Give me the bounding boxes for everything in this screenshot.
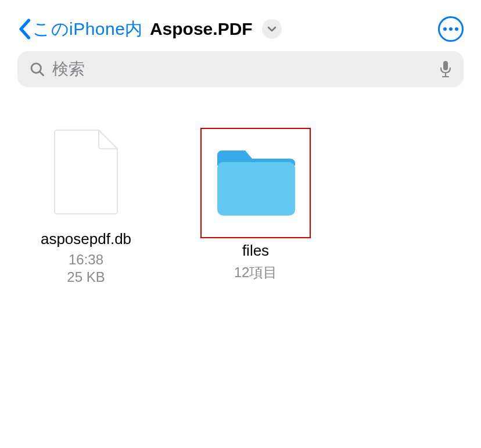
dot-icon [455, 27, 458, 31]
file-item[interactable]: asposepdf.db 16:38 25 KB [28, 128, 144, 285]
svg-rect-2 [443, 61, 448, 70]
file-size: 25 KB [67, 269, 105, 285]
title-dropdown-button[interactable] [262, 19, 282, 39]
folder-count: 12項目 [234, 263, 278, 282]
folder-item[interactable]: files 12項目 [198, 128, 314, 285]
dot-icon [443, 27, 447, 31]
folder-icon [213, 148, 299, 218]
file-name: asposepdf.db [41, 230, 131, 248]
file-icon [52, 129, 120, 215]
search-bar[interactable] [17, 51, 464, 87]
search-input[interactable] [52, 60, 432, 78]
file-time: 16:38 [69, 252, 103, 268]
more-options-button[interactable] [438, 16, 464, 42]
back-label: このiPhone内 [33, 17, 143, 41]
chevron-left-icon [17, 19, 31, 40]
search-icon [29, 61, 45, 77]
chevron-down-icon [267, 26, 277, 32]
folder-name: files [242, 242, 269, 260]
microphone-icon[interactable] [439, 60, 452, 78]
dot-icon [449, 27, 453, 31]
back-button[interactable]: このiPhone内 [17, 17, 143, 41]
svg-line-1 [40, 72, 44, 76]
svg-rect-5 [217, 162, 295, 216]
page-title: Aspose.PDF [150, 19, 253, 39]
